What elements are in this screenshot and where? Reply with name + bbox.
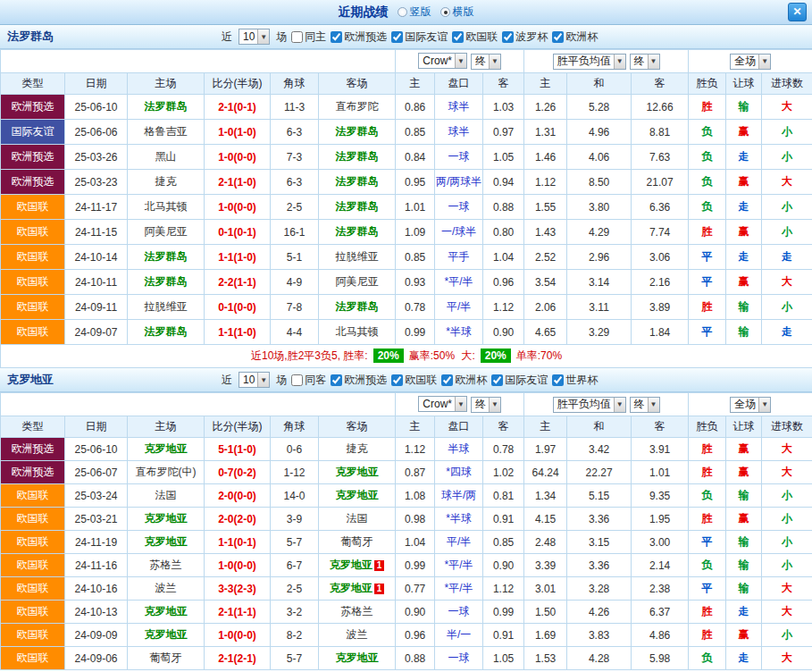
column-header: 和: [567, 416, 632, 438]
corners: 3-9: [271, 508, 319, 531]
match-result: 胜: [689, 220, 726, 245]
handicap-result: 输: [726, 554, 762, 577]
column-header: 客: [483, 73, 524, 95]
match-type: 欧国联: [1, 195, 65, 220]
asian-handicap-line: *四球: [435, 461, 483, 484]
bookmaker-select[interactable]: Crow*▼: [418, 53, 467, 69]
team-section: 克罗地亚近10▼场同客欧洲预选欧国联欧洲杯国际友谊世界杯Crow*▼终▼胜平负均…: [0, 368, 812, 670]
bookmaker-select-value: Crow*: [423, 398, 452, 410]
match-type: 欧国联: [1, 531, 65, 554]
competition-checkbox[interactable]: [391, 31, 403, 43]
avg-win-odds: 4.15: [524, 508, 567, 531]
competition-checkbox-label[interactable]: 欧洲预选: [331, 373, 387, 388]
match-score: 2-1(1-1): [205, 601, 271, 624]
competition-checkbox-label[interactable]: 欧洲杯: [552, 29, 598, 45]
handicap-time-select-value: 终: [475, 54, 486, 69]
competition-checkbox[interactable]: [391, 374, 403, 386]
scope-select[interactable]: 全场▼: [730, 54, 771, 70]
avg-time-select[interactable]: 终▼: [630, 54, 660, 70]
section-team-title: 克罗地亚: [7, 372, 222, 388]
competition-checkbox[interactable]: [491, 374, 503, 386]
match-row: 欧国联24-09-06葡萄牙2-1(2-1)5-7克罗地亚0.88一球1.051…: [1, 647, 812, 670]
match-type: 欧洲预选: [1, 438, 65, 461]
match-date: 24-10-13: [65, 601, 128, 624]
asian-home-odds: 1.01: [396, 195, 435, 220]
competition-checkbox[interactable]: [552, 374, 564, 386]
competition-checkbox-label[interactable]: 欧洲预选: [331, 29, 387, 45]
overunder-result: 小: [762, 531, 812, 554]
match-row: 欧国联24-11-16苏格兰1-0(0-0)6-7克罗地亚10.99*平/半0.…: [1, 554, 812, 577]
match-date: 25-06-10: [65, 438, 128, 461]
avg-lose-odds: 12.66: [632, 95, 689, 120]
chevron-down-icon: ▼: [648, 55, 659, 69]
avg-odds-select[interactable]: 胜平负均值▼: [553, 54, 626, 70]
same-venue-checkbox-label[interactable]: 同客: [291, 373, 326, 388]
competition-checkbox-label[interactable]: 欧国联: [452, 29, 498, 45]
asian-away-odds: 1.02: [483, 461, 524, 484]
avg-win-odds: 1.69: [524, 624, 567, 647]
handicap-result: 赢: [726, 270, 762, 295]
competition-checkbox[interactable]: [552, 31, 564, 43]
layout-vertical-radio[interactable]: 竖版: [398, 4, 431, 20]
close-button[interactable]: ✕: [788, 3, 807, 21]
handicap-time-select[interactable]: 终▼: [471, 54, 501, 70]
corners: 3-2: [271, 601, 319, 624]
overunder-result: 小: [762, 145, 812, 170]
match-date: 24-09-06: [65, 647, 128, 670]
avg-win-odds: 1.31: [524, 120, 567, 145]
competition-checkbox-label[interactable]: 国际友谊: [391, 29, 448, 45]
spacer-cell: [1, 393, 396, 416]
competition-checkbox-label[interactable]: 波罗杯: [502, 29, 548, 45]
column-header-row: 类型日期主场比分(半场)角球客场主盘口客主和客胜负让球进球数: [1, 73, 812, 95]
avg-odds-select[interactable]: 胜平负均值▼: [553, 397, 626, 413]
asian-away-odds: 0.94: [483, 170, 524, 195]
same-venue-checkbox[interactable]: [291, 374, 303, 386]
asian-away-odds: 0.91: [483, 508, 524, 531]
competition-checkbox-label[interactable]: 国际友谊: [491, 373, 548, 388]
competition-checkbox[interactable]: [331, 31, 342, 43]
overunder-result: 大: [762, 461, 812, 484]
scope-select[interactable]: 全场▼: [730, 397, 771, 413]
competition-checkbox-label[interactable]: 欧国联: [391, 373, 437, 388]
layout-horizontal-radio[interactable]: 横版: [440, 4, 474, 20]
column-header: 日期: [65, 73, 128, 95]
bookmaker-select[interactable]: Crow*▼: [418, 396, 467, 412]
match-result: 负: [689, 120, 726, 145]
match-score: 5-1(1-0): [205, 438, 271, 461]
avg-lose-odds: 3.89: [632, 295, 689, 320]
same-venue-checkbox-label[interactable]: 同主: [291, 29, 326, 45]
competition-checkbox-label[interactable]: 世界杯: [552, 373, 598, 388]
avg-win-odds: 1.34: [524, 484, 567, 508]
away-team: 法罗群岛: [319, 120, 396, 145]
competition-checkbox[interactable]: [441, 374, 453, 386]
corners: 6-3: [271, 170, 319, 195]
competition-checkbox[interactable]: [452, 31, 464, 43]
avg-lose-odds: 6.36: [632, 195, 689, 220]
competition-checkbox-label[interactable]: 欧洲杯: [441, 373, 487, 388]
asian-away-odds: 1.12: [483, 577, 524, 601]
avg-time-select[interactable]: 终▼: [630, 397, 660, 413]
handicap-time-select[interactable]: 终▼: [471, 397, 501, 413]
match-count-select[interactable]: 10▼: [239, 29, 270, 45]
handicap-result: 赢: [726, 120, 762, 145]
match-score: 1-0(0-0): [205, 554, 271, 577]
match-score: 0-1(0-0): [205, 295, 271, 320]
home-team: 葡萄牙: [128, 647, 205, 670]
same-venue-checkbox[interactable]: [291, 31, 303, 43]
chevron-down-icon: ▼: [614, 398, 625, 412]
dropdown-row: Crow*▼终▼胜平负均值▼终▼全场▼: [1, 50, 812, 73]
corners: 0-6: [271, 438, 319, 461]
handicap-result: 输: [726, 295, 762, 320]
home-team: 克罗地亚: [128, 438, 205, 461]
match-score: 1-1(1-0): [205, 245, 271, 270]
column-header: 客: [632, 416, 689, 438]
match-result: 胜: [689, 295, 726, 320]
match-count-select[interactable]: 10▼: [239, 372, 270, 388]
away-team: 克罗地亚1: [319, 577, 396, 601]
match-row: 欧国联24-11-19克罗地亚1-1(0-1)5-7葡萄牙1.04平/半0.85…: [1, 531, 812, 554]
overunder-result: 小: [762, 624, 812, 647]
competition-checkbox[interactable]: [331, 374, 342, 386]
competition-checkbox[interactable]: [502, 31, 514, 43]
match-type: 欧国联: [1, 508, 65, 531]
chevron-down-icon: ▼: [257, 373, 269, 387]
